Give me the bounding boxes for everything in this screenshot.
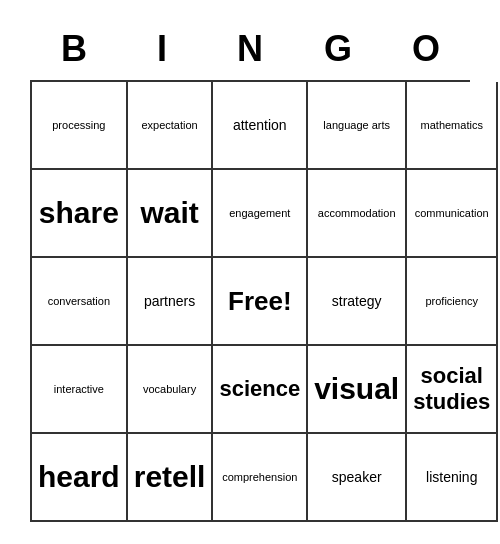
cell-text: attention [219,117,300,133]
bingo-cell: strategy [308,258,407,346]
cell-text: share [38,196,120,230]
bingo-cell: engagement [213,170,308,258]
cell-text: science [219,376,300,402]
cell-text: speaker [314,469,399,485]
bingo-letter: O [382,22,470,76]
bingo-cell: comprehension [213,434,308,522]
cell-text: mathematics [413,119,490,131]
cell-text: strategy [314,293,399,309]
bingo-cell: Free! [213,258,308,346]
cell-text: wait [134,196,206,230]
bingo-cell: listening [407,434,498,522]
cell-text: retell [134,460,206,494]
cell-text: communication [413,207,490,219]
bingo-cell: conversation [32,258,128,346]
bingo-cell: visual [308,346,407,434]
cell-text: proficiency [413,295,490,307]
cell-text: social studies [413,363,490,415]
bingo-cell: wait [128,170,214,258]
bingo-cell: science [213,346,308,434]
bingo-cell: communication [407,170,498,258]
bingo-letter: G [294,22,382,76]
bingo-cell: interactive [32,346,128,434]
bingo-cell: language arts [308,82,407,170]
bingo-cell: expectation [128,82,214,170]
cell-text: conversation [38,295,120,307]
bingo-cell: social studies [407,346,498,434]
cell-text: comprehension [219,471,300,483]
cell-text: Free! [219,286,300,317]
cell-text: vocabulary [134,383,206,395]
cell-text: language arts [314,119,399,131]
bingo-letter: I [118,22,206,76]
bingo-cell: speaker [308,434,407,522]
bingo-letter: N [206,22,294,76]
bingo-cell: share [32,170,128,258]
bingo-cell: proficiency [407,258,498,346]
bingo-cell: retell [128,434,214,522]
cell-text: expectation [134,119,206,131]
bingo-header: BINGO [30,22,470,76]
bingo-cell: partners [128,258,214,346]
cell-text: partners [134,293,206,309]
bingo-cell: processing [32,82,128,170]
cell-text: listening [413,469,490,485]
cell-text: interactive [38,383,120,395]
bingo-cell: attention [213,82,308,170]
bingo-cell: heard [32,434,128,522]
cell-text: processing [38,119,120,131]
bingo-letter: B [30,22,118,76]
cell-text: accommodation [314,207,399,219]
bingo-cell: mathematics [407,82,498,170]
cell-text: heard [38,460,120,494]
bingo-card: BINGO processingexpectationattentionlang… [20,12,480,532]
cell-text: visual [314,372,399,406]
bingo-cell: accommodation [308,170,407,258]
cell-text: engagement [219,207,300,219]
bingo-cell: vocabulary [128,346,214,434]
bingo-grid: processingexpectationattentionlanguage a… [30,80,470,522]
